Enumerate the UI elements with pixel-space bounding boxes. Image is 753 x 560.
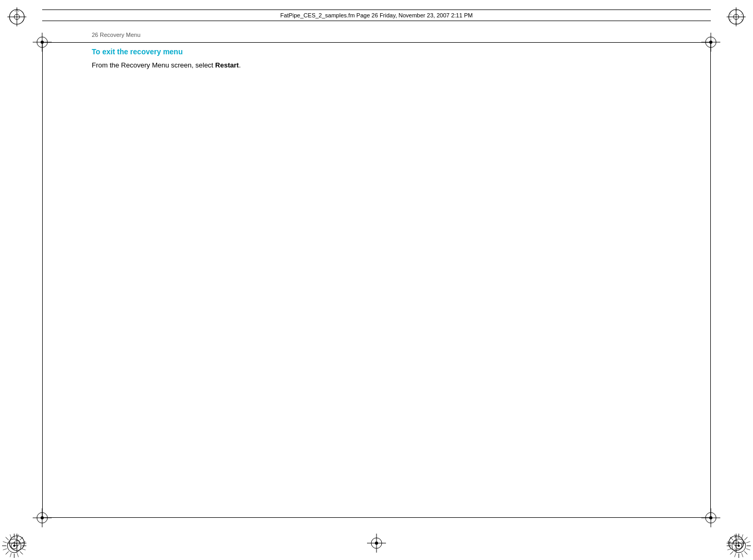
- svg-line-18: [730, 14, 731, 15]
- sunburst-bl: [1, 533, 27, 559]
- border-top: [42, 42, 711, 43]
- svg-line-65: [17, 553, 19, 557]
- svg-line-64: [22, 549, 26, 551]
- content-area: To exit the recovery menu From the Recov…: [92, 47, 661, 71]
- body-prefix: From the Recovery Menu screen, select: [92, 61, 215, 69]
- reg-mark-bc: [367, 534, 386, 553]
- svg-point-9: [41, 41, 44, 44]
- svg-line-57: [20, 552, 23, 555]
- svg-line-86: [728, 549, 732, 551]
- svg-line-81: [742, 535, 744, 539]
- body-bold: Restart: [215, 61, 239, 69]
- header-text: FatPipe_CES_2_samples.fm Page 26 Friday,…: [42, 12, 711, 18]
- svg-line-66: [10, 553, 12, 557]
- svg-point-33: [41, 516, 44, 519]
- svg-point-91: [738, 545, 740, 547]
- svg-line-78: [730, 552, 733, 555]
- svg-line-88: [735, 535, 736, 539]
- svg-line-74: [745, 537, 748, 540]
- svg-line-83: [746, 549, 750, 551]
- svg-line-76: [745, 552, 748, 555]
- svg-line-87: [728, 542, 732, 543]
- reg-mark-tr-outer: [727, 7, 746, 26]
- svg-line-55: [20, 537, 23, 540]
- sunburst-br: [726, 533, 752, 559]
- svg-line-16: [741, 14, 742, 15]
- svg-line-82: [746, 542, 750, 543]
- svg-line-85: [735, 553, 736, 557]
- border-right: [710, 42, 711, 518]
- svg-line-63: [22, 542, 26, 543]
- border-left: [42, 42, 43, 518]
- header-bar: FatPipe_CES_2_samples.fm Page 26 Friday,…: [42, 9, 711, 21]
- svg-line-68: [3, 542, 7, 543]
- section-title: To exit the recovery menu: [92, 47, 661, 56]
- svg-line-19: [730, 19, 731, 20]
- svg-line-62: [17, 535, 19, 539]
- svg-line-67: [3, 549, 7, 551]
- svg-point-25: [709, 41, 712, 44]
- reg-mark-tr-inner: [701, 33, 720, 52]
- svg-point-72: [13, 545, 15, 547]
- section-label: 26 Recovery Menu: [92, 32, 140, 38]
- svg-point-53: [375, 542, 378, 545]
- reg-mark-tl-inner: [33, 33, 52, 52]
- page-container: FatPipe_CES_2_samples.fm Page 26 Friday,…: [0, 0, 753, 560]
- svg-line-80: [730, 537, 733, 540]
- section-header: 26 Recovery Menu: [92, 32, 140, 38]
- border-bottom: [42, 517, 711, 518]
- svg-line-61: [6, 537, 9, 540]
- svg-line-17: [741, 19, 742, 20]
- svg-point-49: [709, 516, 712, 519]
- body-text: From the Recovery Menu screen, select Re…: [92, 60, 661, 71]
- body-suffix: .: [239, 61, 241, 69]
- reg-mark-br-inner: [701, 508, 720, 527]
- svg-line-69: [10, 535, 12, 539]
- reg-mark-bl-inner: [33, 508, 52, 527]
- svg-line-84: [742, 553, 744, 557]
- reg-mark-tl-outer: [7, 7, 26, 26]
- svg-line-59: [6, 552, 9, 555]
